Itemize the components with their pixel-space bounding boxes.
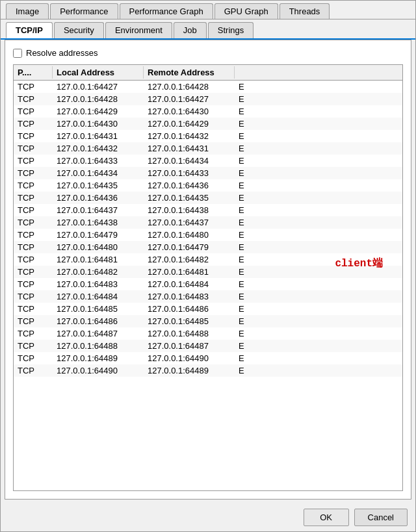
cancel-button[interactable]: Cancel [354, 509, 408, 526]
table-row[interactable]: TCP127.0.0.1:64489127.0.0.1:64490E [14, 352, 402, 364]
table-row[interactable]: TCP127.0.0.1:64430127.0.0.1:64429E [14, 118, 402, 130]
cell-remote-address: 127.0.0.1:64479 [144, 242, 235, 253]
table-row[interactable]: TCP127.0.0.1:64487127.0.0.1:64488E [14, 327, 402, 340]
cell-local-address: 127.0.0.1:64485 [53, 303, 144, 314]
table-row[interactable]: TCP127.0.0.1:64433127.0.0.1:64434E [14, 155, 402, 167]
table-row[interactable]: TCP127.0.0.1:64484127.0.0.1:64483E [14, 290, 402, 303]
cell-local-address: 127.0.0.1:64430 [53, 118, 144, 129]
cell-state: E [235, 118, 402, 129]
table-row[interactable]: TCP127.0.0.1:64432127.0.0.1:64431E [14, 142, 402, 155]
table-body[interactable]: TCP127.0.0.1:64427127.0.0.1:64428ETCP127… [14, 81, 402, 490]
cell-state: E [235, 266, 402, 277]
cell-local-address: 127.0.0.1:64433 [53, 155, 144, 166]
tab-threads[interactable]: Threads [280, 3, 330, 19]
table-row[interactable]: TCP127.0.0.1:64437127.0.0.1:64438E [14, 204, 402, 216]
cell-protocol: TCP [14, 143, 53, 154]
cell-local-address: 127.0.0.1:64428 [53, 94, 144, 105]
cell-local-address: 127.0.0.1:64490 [53, 365, 144, 376]
cell-local-address: 127.0.0.1:64483 [53, 279, 144, 290]
table-row[interactable]: TCP127.0.0.1:64428127.0.0.1:64427E [14, 93, 402, 105]
tab-tcp-ip[interactable]: TCP/IP [6, 22, 53, 38]
cell-protocol: TCP [14, 118, 53, 129]
table-row[interactable]: TCP127.0.0.1:64486127.0.0.1:64485E [14, 315, 402, 327]
cell-local-address: 127.0.0.1:64431 [53, 131, 144, 142]
table-row[interactable]: TCP127.0.0.1:64485127.0.0.1:64486E [14, 303, 402, 315]
cell-protocol: TCP [14, 266, 53, 277]
cell-local-address: 127.0.0.1:64480 [53, 242, 144, 253]
cell-local-address: 127.0.0.1:64438 [53, 217, 144, 228]
tab-job[interactable]: Job [174, 22, 207, 38]
cell-protocol: TCP [14, 303, 53, 314]
cell-local-address: 127.0.0.1:64427 [53, 81, 144, 92]
table-row[interactable]: TCP127.0.0.1:64480127.0.0.1:64479E [14, 241, 402, 253]
cell-protocol: TCP [14, 131, 53, 142]
cell-protocol: TCP [14, 242, 53, 253]
cell-state: E [235, 229, 402, 240]
tab-strings[interactable]: Strings [208, 22, 254, 38]
table-header: P.... Local Address Remote Address [14, 65, 402, 81]
cell-state: E [235, 316, 402, 327]
table-row[interactable]: TCP127.0.0.1:64481127.0.0.1:64482E [14, 253, 402, 266]
cell-state: E [235, 143, 402, 154]
table-row[interactable]: TCP127.0.0.1:64482127.0.0.1:64481E [14, 266, 402, 278]
tab-environment[interactable]: Environment [105, 22, 172, 38]
col-header-remote: Remote Address [144, 66, 235, 79]
cell-state: E [235, 192, 402, 203]
cell-protocol: TCP [14, 316, 53, 327]
cell-protocol: TCP [14, 328, 53, 339]
cell-remote-address: 127.0.0.1:64427 [144, 94, 235, 105]
cell-state: E [235, 131, 402, 142]
cell-state: E [235, 155, 402, 166]
cell-remote-address: 127.0.0.1:64481 [144, 266, 235, 277]
cell-remote-address: 127.0.0.1:64488 [144, 328, 235, 339]
resolve-row: Resolve addresses [13, 48, 403, 58]
cell-remote-address: 127.0.0.1:64433 [144, 168, 235, 179]
table-row[interactable]: TCP127.0.0.1:64488127.0.0.1:64487E [14, 340, 402, 352]
table-row[interactable]: TCP127.0.0.1:64490127.0.0.1:64489E [14, 364, 402, 377]
ok-button[interactable]: OK [304, 509, 349, 526]
cell-protocol: TCP [14, 291, 53, 302]
tab-performance-graph[interactable]: Performance Graph [120, 3, 213, 19]
table-row[interactable]: TCP127.0.0.1:64479127.0.0.1:64480E [14, 229, 402, 241]
table-row[interactable]: TCP127.0.0.1:64436127.0.0.1:64435E [14, 192, 402, 204]
cell-protocol: TCP [14, 353, 53, 364]
cell-protocol: TCP [14, 279, 53, 290]
cell-state: E [235, 365, 402, 376]
table-container: P.... Local Address Remote Address TCP12… [13, 64, 403, 491]
cell-remote-address: 127.0.0.1:64484 [144, 279, 235, 290]
cell-protocol: TCP [14, 81, 53, 92]
tab-image[interactable]: Image [6, 3, 49, 19]
table-row[interactable]: TCP127.0.0.1:64483127.0.0.1:64484E [14, 278, 402, 290]
cell-remote-address: 127.0.0.1:64480 [144, 229, 235, 240]
cell-local-address: 127.0.0.1:64487 [53, 328, 144, 339]
table-row[interactable]: TCP127.0.0.1:64434127.0.0.1:64433E [14, 167, 402, 179]
cell-remote-address: 127.0.0.1:64486 [144, 303, 235, 314]
cell-remote-address: 127.0.0.1:64482 [144, 254, 235, 265]
tab-gpu-graph[interactable]: GPU Graph [214, 3, 278, 19]
cell-state: E [235, 340, 402, 351]
cell-local-address: 127.0.0.1:64479 [53, 229, 144, 240]
col-header-local: Local Address [53, 66, 144, 79]
cell-remote-address: 127.0.0.1:64430 [144, 106, 235, 117]
cell-local-address: 127.0.0.1:64434 [53, 168, 144, 179]
table-row[interactable]: TCP127.0.0.1:64438127.0.0.1:64437E [14, 216, 402, 229]
cell-protocol: TCP [14, 168, 53, 179]
cell-local-address: 127.0.0.1:64484 [53, 291, 144, 302]
cell-state: E [235, 254, 402, 265]
cell-state: E [235, 242, 402, 253]
table-row[interactable]: TCP127.0.0.1:64427127.0.0.1:64428E [14, 81, 402, 93]
tab-security[interactable]: Security [54, 22, 104, 38]
table-row[interactable]: TCP127.0.0.1:64429127.0.0.1:64430E [14, 105, 402, 118]
cell-protocol: TCP [14, 192, 53, 203]
cell-state: E [235, 328, 402, 339]
tab-row-bottom: TCP/IP Security Environment Job Strings [1, 19, 415, 40]
table-row[interactable]: TCP127.0.0.1:64431127.0.0.1:64432E [14, 130, 402, 142]
cell-local-address: 127.0.0.1:64482 [53, 266, 144, 277]
cell-remote-address: 127.0.0.1:64431 [144, 143, 235, 154]
tab-performance[interactable]: Performance [50, 3, 118, 19]
resolve-label[interactable]: Resolve addresses [26, 48, 98, 58]
table-row[interactable]: TCP127.0.0.1:64435127.0.0.1:64436E [14, 179, 402, 192]
cell-protocol: TCP [14, 254, 53, 265]
resolve-addresses-checkbox[interactable] [13, 49, 22, 58]
dialog: Image Performance Performance Graph GPU … [0, 0, 416, 532]
